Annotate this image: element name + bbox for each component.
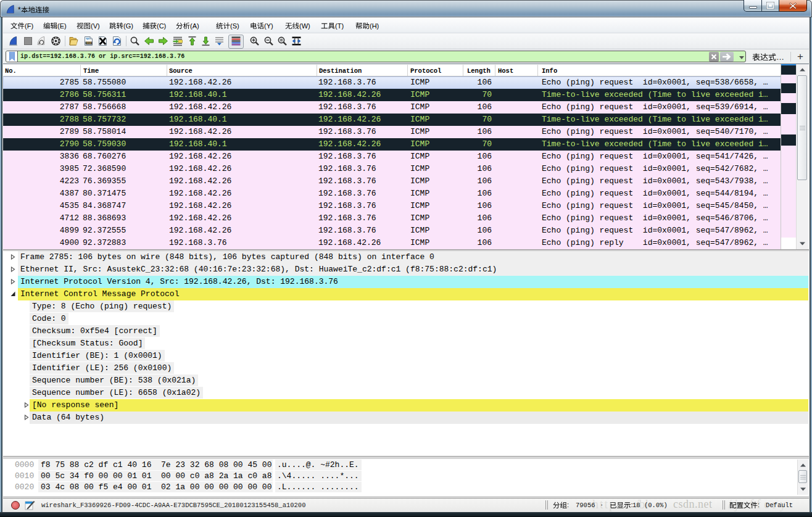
svg-text:019: 019 — [86, 41, 91, 44]
